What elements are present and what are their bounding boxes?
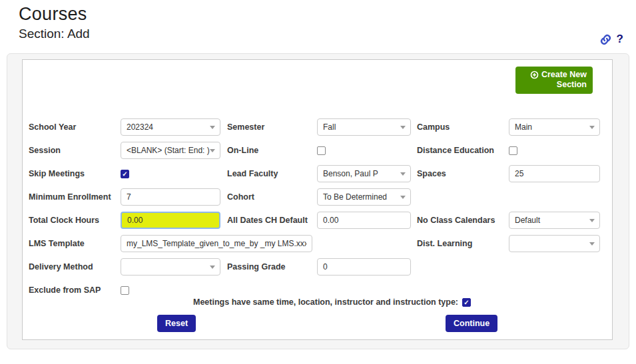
no-class-calendars-value: Default [515,216,540,225]
semester-label: Semester [220,122,317,132]
no-class-calendars-label: No Class Calendars [411,216,509,225]
no-class-calendars-select[interactable]: Default [509,212,600,229]
create-new-section-button[interactable]: Create New Section [515,67,593,94]
lms-template-label: LMS Template [29,239,121,248]
dist-learning-select[interactable] [509,235,600,252]
cohort-select[interactable]: To Be Determined [317,188,411,206]
spaces-input[interactable] [509,165,600,182]
reset-button[interactable]: Reset [157,315,196,332]
chevron-down-icon [589,219,595,222]
chevron-down-icon [400,172,406,176]
chevron-down-icon [589,126,595,129]
minimum-enrollment-input[interactable] [121,188,220,206]
meetings-same-time-row: Meetings have same time, location, instr… [23,297,612,307]
semester-value: Fall [323,122,336,132]
online-checkbox[interactable] [317,146,326,155]
help-icon[interactable]: ? [617,33,623,46]
courses-section-add-page: Courses Section: Add ? Create N [0,0,636,364]
school-year-value: 202324 [127,122,153,132]
action-buttons-row: Reset Continue [23,315,612,332]
meetings-same-time-checkbox[interactable]: ✓ [462,298,471,307]
header-icons: ? [599,33,623,46]
create-button-label-line2: Section [557,80,587,89]
form-panel: Create New Section School Year 202324 Se… [22,59,613,340]
session-label: Session [29,146,121,155]
total-clock-hours-input[interactable] [121,212,220,229]
session-select[interactable]: <BLANK> (Start: End: ) [121,142,220,159]
distance-education-label: Distance Education [411,146,509,155]
campus-value: Main [515,122,532,132]
skip-meetings-label: Skip Meetings [29,169,121,178]
campus-select[interactable]: Main [509,118,600,136]
section-form: School Year 202324 Semester Fall Campus … [29,118,600,299]
total-clock-hours-label: Total Clock Hours [29,216,121,225]
minimum-enrollment-label: Minimum Enrollment [29,192,121,202]
cohort-label: Cohort [220,192,317,202]
form-card: Create New Section School Year 202324 Se… [7,53,629,349]
passing-grade-label: Passing Grade [220,262,317,272]
delivery-method-label: Delivery Method [29,262,121,272]
skip-meetings-checkbox[interactable]: ✓ [121,170,129,178]
all-dates-ch-default-label: All Dates CH Default [220,216,317,225]
session-value: <BLANK> (Start: End: ) [127,146,210,155]
lead-faculty-select[interactable]: Benson, Paul P [317,165,411,182]
campus-label: Campus [411,122,509,132]
lead-faculty-label: Lead Faculty [220,169,317,178]
all-dates-ch-default-input[interactable] [317,212,411,229]
plus-circle-icon [530,71,539,79]
cohort-value: To Be Determined [323,192,387,202]
delivery-method-select[interactable] [121,258,220,275]
passing-grade-input[interactable] [317,258,411,275]
chevron-down-icon [400,196,406,199]
spaces-label: Spaces [411,169,509,178]
lead-faculty-value: Benson, Paul P [323,169,378,178]
dist-learning-label: Dist. Learning [411,239,509,248]
school-year-select[interactable]: 202324 [121,118,220,136]
school-year-label: School Year [29,122,121,132]
distance-education-checkbox[interactable] [509,146,517,155]
page-title: Courses [19,4,636,25]
chevron-down-icon [589,242,595,246]
chevron-down-icon [210,126,215,129]
create-button-label-line1: Create New [541,70,587,80]
exclude-from-sap-label: Exclude from SAP [29,285,121,295]
link-icon[interactable] [599,33,612,46]
online-label: On-Line [220,146,317,155]
continue-button[interactable]: Continue [446,315,497,332]
lms-template-input[interactable] [121,235,312,252]
exclude-from-sap-checkbox[interactable] [121,286,129,295]
semester-select[interactable]: Fall [317,118,411,136]
meetings-same-time-label: Meetings have same time, location, instr… [193,297,458,307]
chevron-down-icon [400,126,406,129]
page-subtitle: Section: Add [19,27,636,41]
chevron-down-icon [210,149,215,152]
chevron-down-icon [210,266,215,269]
